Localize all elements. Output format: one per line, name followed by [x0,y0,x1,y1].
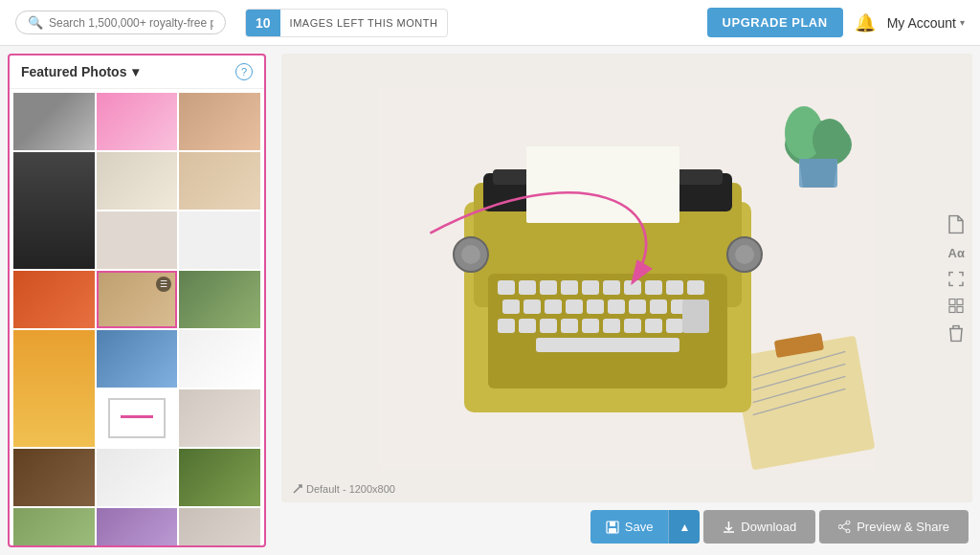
svg-marker-5 [799,159,837,188]
photo-cell[interactable] [179,152,260,210]
svg-rect-18 [498,280,515,295]
svg-rect-41 [582,319,599,333]
canvas-image [281,54,972,502]
sidebar-header: Featured Photos ▾ ? [10,56,264,89]
svg-point-63 [838,525,842,529]
photo-cell[interactable] [179,449,260,506]
svg-rect-59 [610,522,615,526]
svg-point-62 [846,529,850,533]
svg-rect-29 [523,300,541,314]
photo-cell[interactable] [97,508,178,545]
file-tool-button[interactable] [948,214,965,233]
svg-rect-32 [587,300,604,314]
svg-line-64 [842,523,847,526]
svg-rect-16 [526,146,679,223]
photo-cell[interactable] [179,211,260,269]
svg-rect-20 [540,280,557,295]
header: 🔍 10 IMAGES LEFT THIS MONTH UPGRADE PLAN… [0,0,980,46]
upgrade-button[interactable]: UPGRADE PLAN [707,8,843,37]
chevron-down-icon: ▾ [960,17,965,28]
images-label: IMAGES LEFT THIS MONTH [280,17,448,29]
photo-cell[interactable] [97,152,178,210]
image-size-label: Default - 1200x800 [306,483,395,495]
svg-rect-55 [957,299,963,304]
photo-cell[interactable] [13,508,95,545]
svg-rect-35 [650,300,667,314]
download-button[interactable]: Download [703,510,815,544]
photo-cell[interactable] [13,449,95,506]
svg-rect-28 [502,300,520,314]
search-bar[interactable]: 🔍 [15,11,226,34]
resize-icon [293,484,302,494]
photo-cell[interactable] [13,93,95,150]
photo-cell-highlighted[interactable]: ☰ [97,271,178,328]
photo-cell[interactable] [97,93,178,150]
notification-icon[interactable]: 🔔 [855,12,876,33]
svg-rect-34 [629,300,646,314]
share-icon [838,521,851,533]
featured-photos-title[interactable]: Featured Photos ▾ [21,64,139,79]
photo-grid: ☰ [10,89,264,545]
trash-tool-button[interactable] [948,324,965,342]
text-tool-button[interactable]: Aα [948,245,965,259]
svg-rect-31 [566,300,583,314]
chevron-down-icon: ▾ [132,64,139,79]
svg-rect-38 [519,319,536,333]
photo-cell[interactable] [97,449,178,506]
photo-cell[interactable] [179,271,260,328]
svg-rect-40 [561,319,578,333]
svg-rect-54 [949,299,955,304]
svg-rect-25 [645,280,662,295]
main-layout: Featured Photos ▾ ? [0,46,980,555]
download-label: Download [741,520,796,534]
save-button-group: Save ▲ [590,510,701,544]
sidebar: Featured Photos ▾ ? [8,54,266,547]
svg-rect-24 [624,280,641,295]
help-icon[interactable]: ? [235,63,253,80]
save-button[interactable]: Save [590,510,669,544]
photo-cell[interactable] [97,330,178,388]
photo-cell[interactable] [179,93,260,150]
svg-rect-27 [687,280,704,295]
svg-rect-45 [666,319,683,333]
photo-cell[interactable] [13,271,95,328]
svg-rect-43 [624,319,641,333]
download-icon [723,521,735,534]
svg-rect-22 [582,280,599,295]
photo-cell[interactable] [13,152,95,269]
header-right: UPGRADE PLAN 🔔 My Account ▾ [707,8,965,37]
svg-rect-60 [609,528,616,533]
photo-cell[interactable] [97,389,178,447]
svg-point-3 [813,119,847,161]
photo-cell[interactable] [179,389,260,447]
photo-cell[interactable] [179,330,260,388]
svg-rect-30 [545,300,562,314]
photo-cell[interactable] [97,211,178,269]
svg-rect-47 [536,338,679,352]
typewriter-svg [378,87,876,470]
expand-tool-button[interactable] [948,271,965,286]
images-count: 10 [246,10,280,36]
canvas-area: ↺ ⊙ ↻ [281,54,972,502]
photo-cell[interactable] [13,330,95,447]
svg-rect-23 [603,280,620,295]
my-account-menu[interactable]: My Account ▾ [887,15,965,31]
image-label: Default - 1200x800 [293,483,395,495]
svg-rect-37 [498,319,515,333]
svg-point-61 [846,521,850,524]
photo-cell[interactable] [179,508,260,545]
svg-rect-26 [666,280,683,295]
my-account-label: My Account [887,15,956,31]
svg-rect-57 [957,306,963,312]
svg-line-65 [842,527,847,530]
grid-tool-button[interactable] [948,298,965,313]
svg-rect-48 [682,300,709,333]
right-tools: Aα [948,214,965,342]
save-icon [606,521,619,534]
svg-rect-33 [608,300,625,314]
save-dropdown-button[interactable]: ▲ [668,510,700,544]
preview-share-button[interactable]: Preview & Share [819,510,969,544]
search-input[interactable] [49,16,213,30]
svg-point-52 [735,245,754,264]
svg-point-50 [461,245,480,264]
